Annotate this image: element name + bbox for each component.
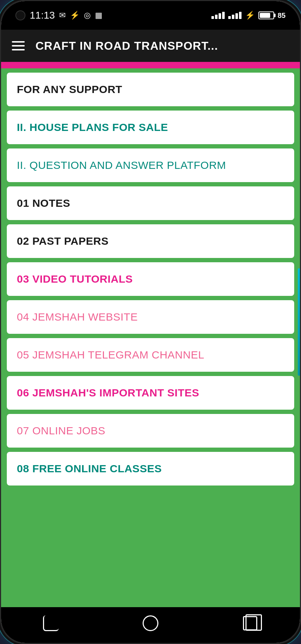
signal-bar	[239, 12, 242, 19]
menu-item-label: 08 FREE ONLINE CLASSES	[17, 463, 162, 475]
menu-item-label: 06 JEMSHAH'S IMPORTANT SITES	[17, 387, 199, 399]
charging-icon: ⚡	[245, 11, 255, 20]
signal-bar	[215, 15, 218, 19]
status-left: 11:13 ✉ ⚡ ◎ ▦	[15, 10, 102, 21]
back-button[interactable]	[41, 614, 61, 633]
nav-bar	[1, 607, 300, 643]
status-bar: 11:13 ✉ ⚡ ◎ ▦ ⚡	[1, 1, 300, 30]
menu-item-jemshah-website[interactable]: 04 JEMSHAH WEBSITE	[7, 300, 294, 334]
recents-icon	[243, 616, 257, 630]
menu-item-support[interactable]: FOR ANY SUPPORT	[7, 73, 294, 106]
signal-bar	[232, 15, 234, 19]
camera-dot	[15, 10, 25, 20]
menu-item-free-classes[interactable]: 08 FREE ONLINE CLASSES	[7, 452, 294, 486]
status-right: ⚡ 85	[211, 11, 286, 20]
menu-item-important-sites[interactable]: 06 JEMSHAH'S IMPORTANT SITES	[7, 376, 294, 410]
signal-bar	[219, 13, 221, 19]
menu-item-past-papers[interactable]: 02 PAST PAPERS	[7, 224, 294, 258]
home-icon	[143, 615, 158, 631]
app-title: CRAFT IN ROAD TRANSPORT...	[35, 39, 218, 53]
menu-item-label: FOR ANY SUPPORT	[17, 83, 122, 96]
menu-item-video-tutorials[interactable]: 03 VIDEO TUTORIALS	[7, 262, 294, 296]
back-icon	[43, 615, 59, 631]
menu-item-notes[interactable]: 01 NOTES	[7, 186, 294, 220]
menu-item-label: 04 JEMSHAH WEBSITE	[17, 311, 138, 323]
content-area: FOR ANY SUPPORT II. HOUSE PLANS FOR SALE…	[1, 68, 300, 607]
screen: 11:13 ✉ ⚡ ◎ ▦ ⚡	[1, 1, 300, 643]
menu-item-telegram[interactable]: 05 JEMSHAH TELEGRAM CHANNEL	[7, 338, 294, 372]
menu-item-label: 07 ONLINE JOBS	[17, 425, 105, 437]
menu-item-label: 03 VIDEO TUTORIALS	[17, 273, 133, 285]
menu-item-label: 02 PAST PAPERS	[17, 235, 109, 247]
menu-item-label: II. HOUSE PLANS FOR SALE	[17, 121, 168, 133]
menu-item-label: 01 NOTES	[17, 197, 70, 209]
hamburger-menu-button[interactable]	[12, 41, 25, 50]
status-time: 11:13	[30, 10, 55, 21]
hamburger-line	[12, 49, 25, 50]
menu-item-label: 05 JEMSHAH TELEGRAM CHANNEL	[17, 349, 204, 361]
hamburger-line	[12, 45, 25, 47]
menu-item-house-plans[interactable]: II. HOUSE PLANS FOR SALE	[7, 111, 294, 144]
recents-button[interactable]	[240, 614, 260, 633]
sync-icon: ◎	[84, 11, 91, 20]
signal-bar	[235, 13, 238, 19]
app-header: CRAFT IN ROAD TRANSPORT...	[1, 30, 300, 62]
calendar-icon: ▦	[95, 11, 102, 20]
signal-bar	[211, 16, 214, 19]
menu-item-online-jobs[interactable]: 07 ONLINE JOBS	[7, 414, 294, 448]
mail-icon: ✉	[59, 11, 66, 20]
battery-percent: 85	[278, 11, 286, 20]
signal-bars-2	[228, 12, 242, 19]
menu-item-qa-platform[interactable]: II. QUESTION AND ANSWER PLATFORM	[7, 148, 294, 182]
battery-fill	[260, 13, 270, 18]
battery-icon	[258, 11, 274, 19]
signal-bars-1	[211, 12, 225, 19]
signal-bar	[228, 16, 231, 19]
phone-frame: 11:13 ✉ ⚡ ◎ ▦ ⚡	[0, 0, 301, 644]
home-button[interactable]	[141, 614, 161, 633]
menu-item-label: II. QUESTION AND ANSWER PLATFORM	[17, 159, 226, 171]
hamburger-line	[12, 41, 25, 43]
usb-icon: ⚡	[70, 11, 80, 20]
signal-bar	[222, 12, 225, 19]
accent-bar	[1, 62, 300, 68]
